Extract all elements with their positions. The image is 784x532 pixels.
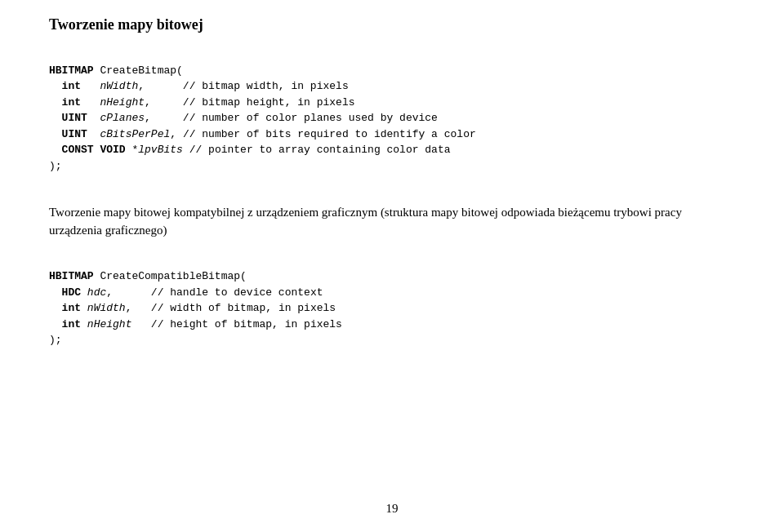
keyword-hdc: HDC — [62, 286, 81, 299]
func-createbitmap: CreateBitmap( — [100, 64, 182, 77]
param-nwidth: nWidth, // bitmap width, in pixels — [100, 80, 348, 92]
keyword-hbitmap-2: HBITMAP — [49, 270, 94, 282]
keyword-const-void: CONST VOID — [62, 144, 126, 156]
keyword-int-3: int — [62, 302, 81, 314]
page-number: 19 — [386, 502, 399, 516]
param-cplanes: cPlanes, // number of color planes used … — [100, 112, 437, 124]
param-cbitsperpel: cBitsPerPel, // number of bits required … — [100, 128, 475, 140]
param-nwidth-2: nWidth, // width of bitmap, in pixels — [87, 302, 336, 314]
param-hdc: hdc, // handle to device context — [87, 286, 323, 299]
keyword-uint-1: UINT — [62, 112, 87, 124]
closing-paren-1: ); — [49, 160, 62, 172]
closing-paren-2: ); — [49, 334, 62, 346]
create-compatible-bitmap-code: HBITMAP CreateCompatibleBitmap( HDC hdc,… — [49, 253, 735, 365]
keyword-int-2: int — [62, 96, 81, 109]
param-nheight-2: nHeight // height of bitmap, in pixels — [87, 318, 342, 330]
param-nheight: nHeight, // bitmap height, in pixels — [100, 96, 354, 109]
create-bitmap-code: HBITMAP CreateBitmap( int nWidth, // bit… — [49, 47, 735, 190]
keyword-hbitmap: HBITMAP — [49, 64, 94, 77]
keyword-int-4: int — [62, 318, 81, 330]
keyword-int-1: int — [62, 80, 81, 92]
page-container: Tworzenie mapy bitowej HBITMAP CreateBit… — [0, 0, 784, 532]
page-title: Tworzenie mapy bitowej — [49, 16, 735, 33]
keyword-uint-2: UINT — [62, 128, 87, 140]
param-lpvbits: *lpvBits // pointer to array containing … — [131, 144, 450, 156]
prose-description: Tworzenie mapy bitowej kompatybilnej z u… — [49, 203, 735, 240]
func-createcompatiblebitmap: CreateCompatibleBitmap( — [100, 270, 246, 282]
